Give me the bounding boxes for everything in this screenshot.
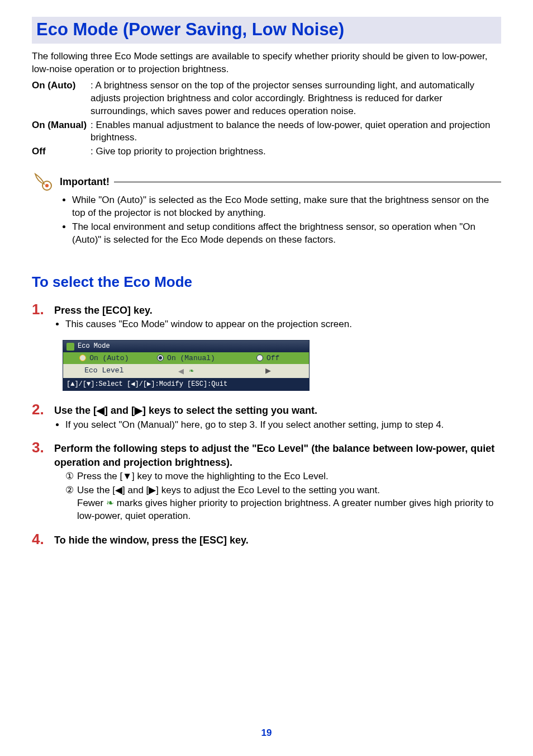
step-number: 2. [32, 402, 54, 432]
option-on-auto: On (Auto) [63, 353, 145, 363]
eco-mode-window: Eco Mode On (Auto) On (Manual) Off Eco L… [63, 340, 310, 391]
definition-term: On (Auto) [32, 79, 91, 118]
important-item: While "On (Auto)" is selected as the Eco… [72, 194, 501, 220]
important-icon [32, 171, 54, 193]
circled-number-icon: ② [65, 484, 74, 523]
radio-icon [79, 355, 86, 361]
window-footer: [▲]/[▼]:Select [◀]/[▶]:Modify [ESC]:Quit [63, 378, 309, 390]
step-4: 4. To hide the window, press the [ESC] k… [32, 532, 501, 548]
step-title: Use the [◀] and [▶] keys to select the s… [54, 404, 501, 417]
definition-term: On (Manual) [32, 119, 91, 145]
step-title: To hide the window, press the [ESC] key. [54, 533, 501, 547]
triangle-right-icon: ▶ [135, 405, 142, 416]
eco-level-label: Eco Level [63, 366, 145, 376]
option-off: Off [227, 353, 309, 363]
window-title: Eco Mode [78, 342, 110, 351]
step-number: 4. [32, 532, 54, 548]
option-row: On (Auto) On (Manual) Off [63, 352, 309, 365]
step-2: 2. Use the [◀] and [▶] keys to select th… [32, 402, 501, 432]
substep: ② Use the [◀] and [▶] keys to adjust the… [65, 484, 501, 523]
triangle-left-icon: ◀ [178, 366, 184, 376]
definition-row: Off : Give top priority to projection br… [32, 145, 501, 158]
subheading: To select the Eco Mode [32, 272, 501, 292]
substep-text: Use the [◀] and [▶] keys to adjust the E… [77, 484, 501, 523]
definition-desc: : Give top priority to projection bright… [91, 145, 501, 158]
triangle-left-icon: ◀ [97, 405, 104, 416]
window-titlebar: Eco Mode [63, 341, 309, 352]
horizontal-rule [114, 182, 501, 182]
circled-number-icon: ① [65, 470, 74, 483]
step-number: 1. [32, 302, 54, 332]
step-bullet: If you select "On (Manual)" here, go to … [65, 419, 501, 432]
main-heading: Eco Mode (Power Saving, Low Noise) [36, 20, 344, 39]
option-on-manual: On (Manual) [145, 353, 227, 363]
option-label: On (Auto) [89, 353, 129, 363]
option-label: On (Manual) [167, 353, 215, 363]
eco-level-row: Eco Level ◀ ❧ ▶ [63, 364, 309, 378]
definition-row: On (Manual) : Enables manual adjustment … [32, 119, 501, 145]
leaf-icon: ❧ [189, 366, 194, 376]
step-title: Perform the following steps to adjust th… [54, 442, 501, 469]
triangle-right-icon: ▶ [149, 485, 156, 495]
definition-row: On (Auto) : A brightness sensor on the t… [32, 79, 501, 118]
triangle-right-icon: ▶ [227, 366, 309, 376]
definition-desc: : A brightness sensor on the top of the … [91, 79, 501, 118]
intro-text: The following three Eco Mode settings ar… [32, 50, 501, 76]
substep-text: Press the [▼] key to move the highlighti… [77, 470, 329, 483]
radio-icon [256, 355, 263, 361]
step-bullet: This causes "Eco Mode" window to appear … [65, 318, 501, 331]
step-number: 3. [32, 440, 54, 523]
eco-level-slider: ◀ ❧ [145, 366, 227, 376]
definition-term: Off [32, 145, 91, 158]
main-heading-block: Eco Mode (Power Saving, Low Noise) [32, 17, 501, 44]
triangle-down-icon: ▼ [122, 471, 132, 481]
svg-point-1 [45, 184, 49, 187]
triangle-left-icon: ◀ [115, 485, 122, 495]
step-title: Press the [ECO] key. [54, 304, 501, 317]
radio-icon [157, 355, 164, 361]
option-label: Off [266, 353, 279, 363]
important-label: Important! [60, 175, 110, 188]
leaf-icon: ❧ [106, 498, 114, 508]
important-box: Important! While "On (Auto)" is selected… [32, 171, 501, 247]
step-1: 1. Press the [ECO] key. This causes "Eco… [32, 302, 501, 332]
leaf-icon [66, 343, 74, 351]
definition-desc: : Enables manual adjustment to balance t… [91, 119, 501, 145]
step-3: 3. Perform the following steps to adjust… [32, 440, 501, 523]
substep: ① Press the [▼] key to move the highligh… [65, 470, 501, 483]
important-item: The local environment and setup conditio… [72, 221, 501, 247]
